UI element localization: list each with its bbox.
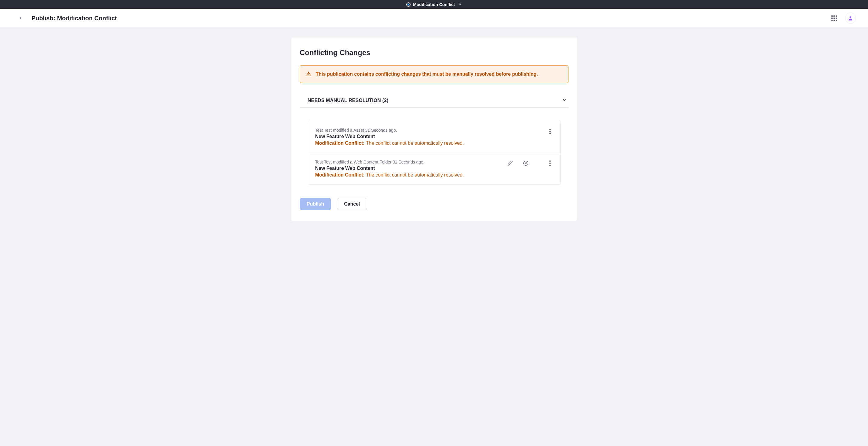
conflict-actions [538, 128, 553, 135]
conflict-title: New Feature Web Content [315, 134, 535, 139]
user-icon [848, 16, 853, 21]
publish-button[interactable]: Publish [300, 198, 331, 210]
pencil-icon [507, 160, 513, 166]
top-bar: Modification Conflict ▼ [0, 0, 868, 9]
x-circle-icon [523, 160, 529, 166]
back-button[interactable] [17, 14, 24, 22]
warning-icon [306, 71, 311, 77]
conflict-message: Modification Conflict: The conflict cann… [315, 172, 503, 178]
conflict-message: Modification Conflict: The conflict cann… [315, 141, 535, 146]
card-actions: Publish Cancel [300, 198, 568, 210]
publication-indicator-icon [406, 2, 410, 7]
header-right [831, 13, 856, 24]
topbar-title[interactable]: Modification Conflict [413, 2, 455, 7]
card-title: Conflicting Changes [300, 49, 568, 57]
header-bar: Publish: Modification Conflict [0, 9, 868, 28]
apps-menu-button[interactable] [831, 14, 838, 22]
conflict-detail: The conflict cannot be automatically res… [365, 172, 464, 177]
conflict-body: Test Test modified a Web Content Folder … [315, 159, 503, 178]
more-actions-button[interactable] [547, 128, 553, 135]
alert-warning: This publication contains conflicting ch… [300, 65, 568, 83]
conflict-detail: The conflict cannot be automatically res… [365, 141, 464, 146]
conflict-body: Test Test modified a Asset 31 Seconds ag… [315, 128, 535, 146]
dismiss-button[interactable] [523, 160, 529, 166]
cancel-button[interactable]: Cancel [337, 198, 367, 210]
section-header-manual-resolution[interactable]: NEEDS MANUAL RESOLUTION (2) [300, 97, 568, 108]
conflict-meta: Test Test modified a Asset 31 Seconds ag… [315, 128, 535, 132]
content-wrap: Conflicting Changes This publication con… [0, 28, 868, 233]
conflict-meta: Test Test modified a Web Content Folder … [315, 159, 503, 165]
caret-down-icon[interactable]: ▼ [459, 3, 462, 6]
user-avatar-button[interactable] [845, 13, 856, 24]
section-header-title: NEEDS MANUAL RESOLUTION (2) [308, 98, 389, 103]
conflict-label: Modification Conflict: [315, 172, 365, 177]
conflict-item: Test Test modified a Asset 31 Seconds ag… [308, 121, 560, 153]
apps-grid-icon [831, 16, 837, 21]
edit-button[interactable] [507, 160, 513, 166]
conflict-item: Test Test modified a Web Content Folder … [308, 153, 560, 184]
chevron-down-icon [562, 97, 567, 103]
alert-text: This publication contains conflicting ch… [316, 71, 538, 77]
conflict-label: Modification Conflict: [315, 141, 365, 146]
conflict-list: Test Test modified a Asset 31 Seconds ag… [308, 121, 561, 185]
header-left: Publish: Modification Conflict [17, 14, 117, 22]
conflict-title: New Feature Web Content [315, 166, 503, 171]
svg-point-0 [849, 17, 851, 18]
conflict-actions [507, 159, 553, 166]
conflicting-changes-card: Conflicting Changes This publication con… [291, 37, 577, 221]
page-title: Publish: Modification Conflict [31, 15, 117, 22]
more-actions-button[interactable] [547, 160, 553, 166]
